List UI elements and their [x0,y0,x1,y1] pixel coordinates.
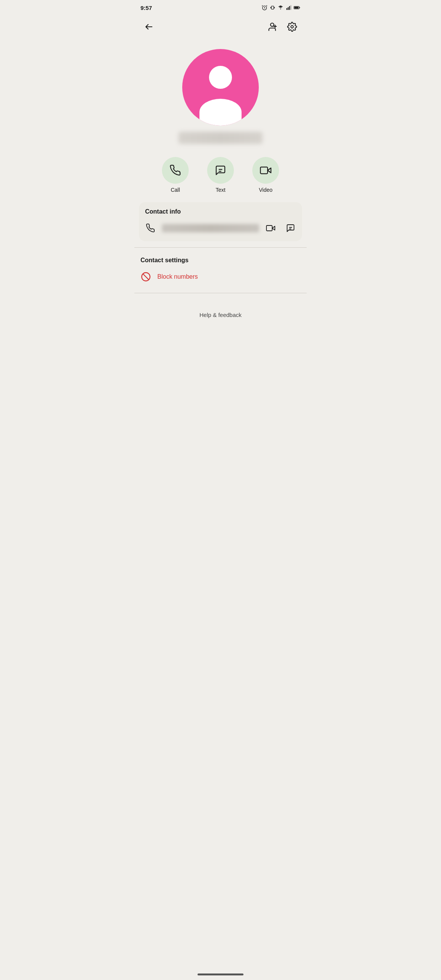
block-numbers-label: Block numbers [157,273,198,280]
help-feedback-link[interactable]: Help & feedback [199,312,242,318]
svg-rect-1 [271,6,274,9]
vibrate-icon [270,5,275,11]
divider-2 [134,293,307,293]
bottom-nav-bar [198,973,243,975]
battery-icon [294,5,301,10]
action-buttons: Call Text Video [134,148,307,196]
phone-icon [145,223,156,234]
video-action: Video [252,157,279,193]
text-label: Text [216,187,225,193]
avatar-section [134,41,307,148]
svg-line-23 [143,274,149,279]
avatar-head [209,66,232,89]
contact-info-actions [265,223,296,234]
call-action: Call [162,157,189,193]
contact-info-card: Contact info [139,202,302,241]
svg-rect-17 [260,167,268,174]
svg-rect-4 [288,7,289,10]
contact-info-row [145,221,296,235]
nav-right-icons [264,18,301,35]
alarm-icon [261,5,268,11]
svg-point-13 [291,26,294,28]
contact-name [178,132,263,144]
add-contact-button[interactable] [264,18,281,35]
svg-marker-16 [268,168,271,173]
call-button[interactable] [162,157,189,184]
svg-marker-18 [272,226,275,230]
call-label: Call [171,187,180,193]
video-label: Video [259,187,273,193]
wifi-icon [278,5,284,10]
svg-rect-19 [266,225,272,231]
block-icon [140,271,151,282]
signal-icon [286,5,291,10]
contact-text-button[interactable] [285,223,296,234]
avatar-person [182,49,259,126]
back-button[interactable] [140,18,157,35]
svg-point-2 [280,9,281,10]
text-button[interactable] [207,157,234,184]
contact-info-title: Contact info [145,208,296,215]
text-action: Text [207,157,234,193]
help-feedback-section: Help & feedback [134,299,307,328]
svg-rect-9 [294,7,299,9]
status-icons [261,5,301,11]
contact-settings-section: Contact settings Block numbers [134,254,307,287]
avatar [182,49,259,126]
svg-rect-5 [289,6,290,10]
svg-rect-6 [291,5,291,10]
status-bar: 9:57 [134,0,307,15]
settings-button[interactable] [284,18,301,35]
contact-video-button[interactable] [265,223,276,234]
svg-rect-8 [299,7,300,8]
contact-settings-title: Contact settings [140,257,301,264]
block-numbers-button[interactable]: Block numbers [140,270,301,284]
phone-number [162,224,259,232]
svg-point-10 [271,23,274,26]
divider-1 [134,247,307,248]
status-time: 9:57 [140,5,152,11]
top-nav [134,15,307,41]
video-button[interactable] [252,157,279,184]
avatar-body [199,99,242,126]
svg-rect-3 [286,8,287,10]
